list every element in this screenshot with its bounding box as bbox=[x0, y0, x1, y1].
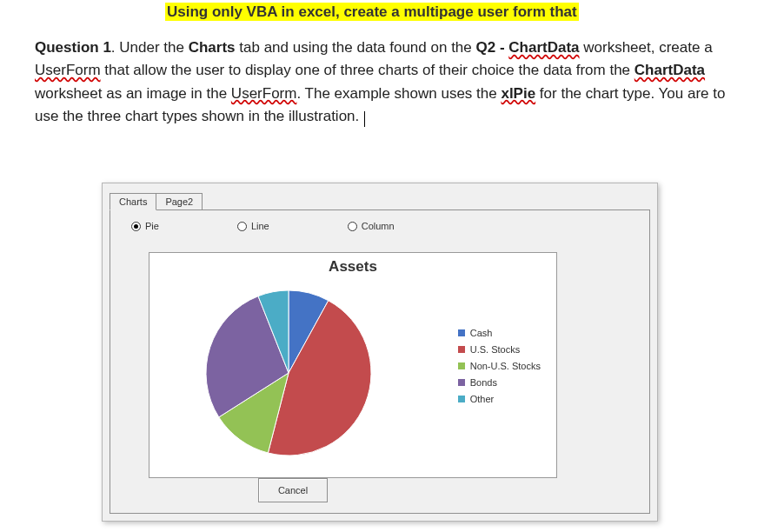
legend-item: U.S. Stocks bbox=[458, 344, 541, 355]
spellcheck-userform2: UserForm bbox=[231, 85, 297, 102]
radio-label: Line bbox=[251, 221, 269, 231]
question-text: Question 1. Under the Charts tab and usi… bbox=[35, 37, 729, 128]
legend-label: Bonds bbox=[470, 377, 497, 388]
radio-pie[interactable]: Pie bbox=[131, 221, 159, 231]
legend-item: Other bbox=[458, 394, 541, 404]
radio-dot-icon bbox=[131, 222, 141, 231]
legend-item: Cash bbox=[458, 328, 541, 338]
spellcheck-chartdata: ChartData bbox=[508, 39, 579, 56]
chart-image: Assets CashU.S. StocksNon-U.S. StocksBon… bbox=[149, 252, 557, 478]
legend-item: Bonds bbox=[458, 377, 541, 388]
radio-label: Column bbox=[362, 221, 395, 231]
legend-label: Other bbox=[470, 394, 495, 404]
legend-swatch-icon bbox=[458, 346, 465, 353]
userform-window: ChartsPage2 PieLineColumn Assets CashU.S… bbox=[102, 183, 658, 522]
multipage-control: ChartsPage2 PieLineColumn Assets CashU.S… bbox=[110, 190, 650, 514]
spellcheck-chartdata2: ChartData bbox=[634, 62, 705, 78]
legend-swatch-icon bbox=[458, 396, 465, 402]
page-heading: Using only VBA in excel, create a multip… bbox=[165, 3, 579, 21]
chart-legend: CashU.S. StocksNon-U.S. StocksBondsOther bbox=[458, 328, 541, 410]
tab-page-charts: PieLineColumn Assets CashU.S. StocksNon-… bbox=[110, 209, 650, 514]
pie-chart bbox=[202, 286, 375, 460]
legend-item: Non-U.S. Stocks bbox=[458, 361, 541, 371]
tab-page2[interactable]: Page2 bbox=[156, 193, 203, 209]
radio-dot-icon bbox=[348, 222, 357, 231]
tab-charts[interactable]: Charts bbox=[110, 193, 156, 210]
cancel-button[interactable]: Cancel bbox=[258, 478, 328, 502]
legend-label: Cash bbox=[470, 328, 493, 338]
question-label: Question 1 bbox=[35, 39, 111, 56]
radio-label: Pie bbox=[145, 221, 159, 231]
legend-swatch-icon bbox=[458, 379, 465, 386]
spellcheck-xlpie: xlPie bbox=[501, 85, 535, 102]
legend-swatch-icon bbox=[458, 362, 465, 369]
tab-strip: ChartsPage2 bbox=[110, 190, 650, 209]
chart-title: Assets bbox=[149, 258, 556, 276]
radio-dot-icon bbox=[237, 222, 247, 231]
radio-line[interactable]: Line bbox=[237, 221, 269, 231]
radio-column[interactable]: Column bbox=[348, 221, 395, 231]
chart-type-radios: PieLineColumn bbox=[110, 210, 649, 231]
legend-swatch-icon bbox=[458, 329, 465, 336]
legend-label: Non-U.S. Stocks bbox=[470, 361, 541, 371]
spellcheck-userform: UserForm bbox=[35, 62, 101, 78]
text-cursor bbox=[364, 111, 365, 127]
legend-label: U.S. Stocks bbox=[470, 344, 520, 355]
